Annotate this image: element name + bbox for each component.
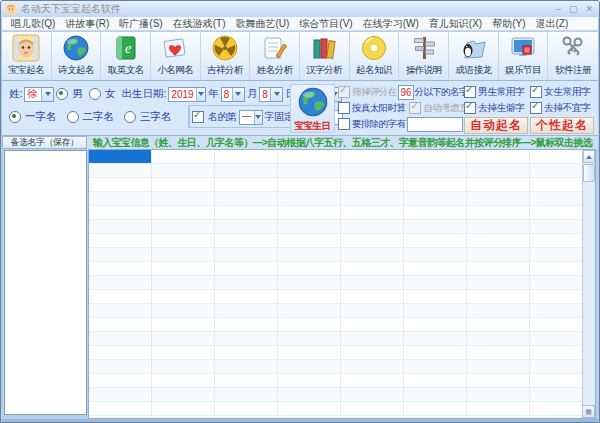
female-common-label: 女生常用字 [544,86,590,99]
toolbar-button-manual[interactable]: 操作说明 [399,32,449,80]
month-select[interactable]: 8 [221,87,245,102]
exclude-chars-input[interactable] [407,117,463,132]
titlebar: 名动天下宝宝起名软件 – ▢ ✕ [1,1,599,17]
toolbar-button-hanzi-analysis[interactable]: 汉字分析 [300,32,350,80]
male-common-label: 男生常用字 [478,86,524,99]
one-char-name-radio[interactable] [9,111,21,123]
saved-names-list[interactable] [4,150,87,415]
menu-item-sing-songs[interactable]: 唱儿歌(Q) [6,17,60,31]
menu-item-help[interactable]: 帮助(Y) [487,17,530,31]
menu-item-parenting[interactable]: 育儿知识(X) [424,17,487,31]
surname-select[interactable]: 徐 [24,87,54,102]
menu-item-radio[interactable]: 听广播(S) [114,17,167,31]
toolbar-button-register[interactable]: 软件注册 [548,32,598,80]
globe-icon [62,34,90,62]
custom-naming-button[interactable]: 个性起名 [530,117,594,134]
menu-item-variety[interactable]: 综合节目(V) [294,17,357,31]
heart-card-icon [161,34,189,62]
menu-item-online-games[interactable]: 在线游戏(T) [168,17,231,31]
window-title: 名动天下宝宝起名软件 [21,2,556,16]
grid-scrollbar[interactable] [582,150,595,418]
menu-item-tell-stories[interactable]: 讲故事(R) [60,17,114,31]
chevron-down-icon [41,88,53,101]
day-select[interactable]: 8 [259,87,283,102]
window-controls: – ▢ ✕ [556,3,593,15]
remove-rare-label: 去掉生僻字 [478,102,524,115]
gender-female-radio[interactable] [89,88,101,100]
scroll-up-button[interactable] [583,150,595,163]
remove-unsuitable-label: 去掉不宜字 [544,102,590,115]
radiation-icon [211,34,239,62]
toolbar-button-label: 成语接龙 [455,64,491,77]
char-options: 男生常用字 女生常用字 去掉生僻字 去掉不宜字 自动起名 个 [464,84,597,133]
toolbar-button-nickname[interactable]: 小名网名 [151,32,201,80]
toolbar-button-naming-knowledge[interactable]: 起名知识 [350,32,400,80]
toolbar: 宝宝起名 诗文起名 e 取英文名 小名网名 吉祥分析 [2,32,598,81]
gender-male-label: 男 [72,87,83,101]
one-char-name-label: 一字名 [25,110,57,124]
close-button[interactable]: ✕ [585,3,593,15]
signpost-icon [410,34,438,62]
surname-label: 姓: [9,87,22,101]
monitor-icon [509,34,537,62]
toolbar-button-label: 姓名分析 [257,64,293,77]
two-char-name-radio[interactable] [67,111,79,123]
english-book-icon: e [112,34,140,62]
male-common-checkbox[interactable] [464,86,476,98]
toolbar-button-name-analysis[interactable]: 姓名分析 [250,32,300,80]
toolbar-button-english-name[interactable]: e 取英文名 [101,32,151,80]
cd-icon [360,34,388,62]
fixed-char-checkbox[interactable] [192,111,204,123]
remove-rare-checkbox[interactable] [464,102,476,114]
toolbar-button-label: 汉字分析 [306,64,342,77]
menu-item-song-dance[interactable]: 歌舞曲艺(U) [230,17,294,31]
app-window: 名动天下宝宝起名软件 – ▢ ✕ 唱儿歌(Q) 讲故事(R) 听广播(S) 在线… [0,0,600,423]
fixed-position-select[interactable]: 一 [239,110,263,125]
true-solar-time-checkbox[interactable] [338,102,350,114]
scrollbar-thumb[interactable] [583,164,595,182]
gender-male-radio[interactable] [56,88,68,100]
menu-item-exit[interactable]: 退出(Z) [531,17,574,31]
filter-options: 筛掉评分在 分以下的名字 按真太阳时算 自动考虑五行 要排除的字有 [338,84,462,132]
toolbar-button-label: 吉祥分析 [207,64,243,77]
gender-female-label: 女 [105,87,116,101]
toolbar-button-label: 软件注册 [555,64,591,77]
remove-unsuitable-checkbox[interactable] [530,102,542,114]
toolbar-button-label: 诗文起名 [58,64,94,77]
minimize-button[interactable]: – [556,3,561,15]
year-select[interactable]: 2019 [168,87,206,102]
toolbar-button-label: 小名网名 [157,64,193,77]
female-common-checkbox[interactable] [530,86,542,98]
names-grid[interactable] [88,149,596,419]
maximize-button[interactable]: ▢ [569,3,578,15]
toolbar-button-baby-naming[interactable]: 宝宝起名 [2,32,52,80]
chevron-down-icon [254,111,262,124]
toolbar-button-label: 操作说明 [406,64,442,77]
two-char-name-label: 二字名 [83,110,115,124]
toolbar-button-label: 起名知识 [356,64,392,77]
toolbar-button-lucky-analysis[interactable]: 吉祥分析 [201,32,251,80]
keys-icon [559,34,587,62]
exclude-chars-label: 要排除的字有 [352,118,405,131]
chevron-down-icon [196,88,206,101]
books-icon [310,34,338,62]
info-band: 备选名字（保存） 输入宝宝信息（姓、生日、几字名等）—>自动根据八字五行、五格三… [2,136,598,149]
toolbar-button-idiom-chain[interactable]: 成语接龙 [449,32,499,80]
menu-item-online-learning[interactable]: 在线学习(W) [358,17,424,31]
saved-names-header[interactable]: 备选名字（保存） [2,136,87,149]
selected-cell[interactable] [89,150,151,163]
exclude-chars-checkbox[interactable] [338,118,350,130]
auto-naming-button[interactable]: 自动起名 [464,117,528,134]
true-solar-time-label: 按真太阳时算 [352,102,405,115]
app-icon [5,3,17,15]
three-char-name-radio[interactable] [124,111,136,123]
score-input[interactable] [398,85,414,100]
toolbar-button-poetry-naming[interactable]: 诗文起名 [52,32,102,80]
toolbar-button-label: 娱乐节目 [505,64,541,77]
chevron-down-icon [232,88,244,101]
toolbar-button-entertainment[interactable]: 娱乐节目 [499,32,549,80]
penguin-folder-icon [459,34,487,62]
instruction-text: 输入宝宝信息（姓、生日、几字名等）—>自动根据八字五行、五格三才、字意音韵等起名… [87,136,598,149]
baby-birthday-button[interactable]: 宝宝生日 [290,84,335,133]
score-filter-checkbox [338,86,350,98]
